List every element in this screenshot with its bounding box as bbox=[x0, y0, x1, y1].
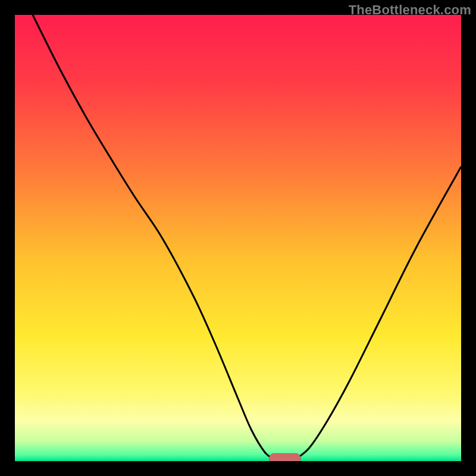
chart-frame: TheBottleneck.com bbox=[0, 0, 476, 476]
watermark-text: TheBottleneck.com bbox=[349, 2, 471, 18]
gradient-background bbox=[15, 15, 461, 461]
optimal-marker bbox=[270, 453, 301, 461]
plot-area bbox=[15, 15, 461, 461]
plot-svg bbox=[15, 15, 461, 461]
